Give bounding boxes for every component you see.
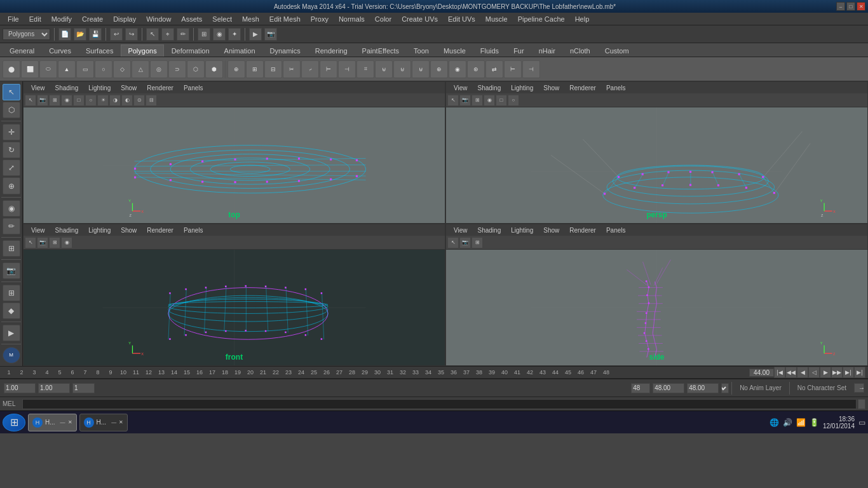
- toolbar-icon-save[interactable]: 💾: [89, 28, 102, 41]
- mode-select[interactable]: Polygons Surfaces Animation: [3, 29, 50, 40]
- shelf-icon-platonic[interactable]: ⬢: [205, 60, 223, 78]
- vp-top-smooth[interactable]: ○: [85, 95, 97, 106]
- vp-front-view-menu[interactable]: View: [26, 226, 50, 234]
- vp-top-canvas[interactable]: X Y Z top: [24, 107, 445, 223]
- toolbar-icon-lasso[interactable]: ⌖: [161, 28, 174, 41]
- shelf-icon-insert-edge[interactable]: ⊢: [320, 60, 337, 78]
- shelf-icon-plane[interactable]: ▭: [76, 60, 94, 78]
- char-set-btn[interactable]: →: [854, 383, 864, 393]
- tab-ncloth[interactable]: nCloth: [563, 44, 597, 57]
- toolbar-icon-ipr[interactable]: 📷: [264, 28, 277, 41]
- tab-dynamics[interactable]: Dynamics: [263, 44, 308, 57]
- rotate-tool-btn[interactable]: ↻: [3, 142, 20, 158]
- playback-next-frame[interactable]: ▶▶: [831, 367, 843, 378]
- vp-persp-lighting-menu[interactable]: Lighting: [506, 84, 538, 92]
- end-range-input[interactable]: [687, 383, 719, 393]
- move-tool-btn[interactable]: ✛: [3, 124, 20, 140]
- vp-top-camera[interactable]: 📷: [37, 95, 48, 106]
- vp-side-icon1[interactable]: ↖: [447, 237, 459, 248]
- vp-side-icon3[interactable]: ⊞: [471, 237, 483, 248]
- current-frame-input[interactable]: [72, 383, 95, 393]
- shelf-icon-append[interactable]: ⊟: [264, 60, 282, 78]
- toolbar-icon-new[interactable]: 📄: [58, 28, 71, 41]
- paint-select-btn[interactable]: ⬡: [3, 102, 20, 118]
- timeline[interactable]: 1 2 3 4 5 6 7 8 9 10 11 12 13 14 15 16 1…: [0, 366, 868, 379]
- tab-general[interactable]: General: [3, 44, 41, 57]
- vp-persp-view-menu[interactable]: View: [449, 84, 473, 92]
- shelf-icon-combine[interactable]: ⊌: [375, 60, 393, 78]
- shelf-icon-extract[interactable]: ⊎: [412, 60, 430, 78]
- tab-toon[interactable]: Toon: [407, 44, 436, 57]
- shelf-icon-mirror-geo[interactable]: ⊣: [522, 60, 540, 78]
- volume-icon[interactable]: 🔊: [783, 418, 792, 427]
- vp-top-hud[interactable]: ⊟: [146, 95, 157, 106]
- start-range-input[interactable]: [653, 383, 684, 393]
- select-tool-btn[interactable]: ↖: [3, 84, 20, 100]
- tab-fur[interactable]: Fur: [506, 44, 531, 57]
- vp-persp-show-menu[interactable]: Show: [538, 84, 564, 92]
- mel-input[interactable]: [22, 399, 857, 409]
- vp-front-icon2[interactable]: 📷: [37, 237, 48, 248]
- show-desktop-icon[interactable]: ▭: [858, 418, 865, 427]
- taskbar-app-maya-2[interactable]: H H... — ✕: [79, 414, 128, 431]
- tab-nhair[interactable]: nHair: [532, 44, 562, 57]
- vp-top-show-menu[interactable]: Show: [116, 84, 142, 92]
- vp-top-isolate[interactable]: ⊙: [133, 95, 145, 106]
- vp-top-panels-menu[interactable]: Panels: [179, 84, 208, 92]
- maya-logo-btn[interactable]: M: [3, 347, 20, 363]
- minimize-button[interactable]: –: [836, 2, 845, 11]
- shelf-icon-smooth[interactable]: ◉: [449, 60, 466, 78]
- vp-side-renderer-menu[interactable]: Renderer: [564, 226, 601, 234]
- shelf-icon-cube[interactable]: ⬜: [21, 60, 39, 78]
- close-button[interactable]: ✕: [857, 2, 865, 11]
- vp-top-shading-menu[interactable]: Shading: [50, 84, 84, 92]
- menu-item-proxy[interactable]: Proxy: [306, 14, 334, 24]
- range-end-input[interactable]: [38, 383, 70, 393]
- mel-expand-btn[interactable]: [858, 399, 865, 409]
- shelf-icon-sphere[interactable]: ⬤: [3, 60, 20, 78]
- taskbar-close-2[interactable]: ✕: [119, 419, 123, 425]
- shelf-icon-cut-faces[interactable]: ✂: [283, 60, 301, 78]
- shelf-icon-split-poly[interactable]: ⌿: [301, 60, 319, 78]
- scale-tool-btn[interactable]: ⤢: [3, 159, 20, 176]
- tab-deformation[interactable]: Deformation: [165, 44, 217, 57]
- menu-item-color[interactable]: Color: [370, 14, 397, 24]
- menu-item-edit-uvs[interactable]: Edit UVs: [443, 14, 480, 24]
- vp-persp-icon2[interactable]: 📷: [459, 95, 471, 106]
- vp-front-shading-menu[interactable]: Shading: [50, 226, 84, 234]
- vp-top-renderer-menu[interactable]: Renderer: [142, 84, 179, 92]
- vp-side-view-menu[interactable]: View: [449, 226, 473, 234]
- shelf-icon-bevel[interactable]: ⌗: [356, 60, 374, 78]
- playback-prev-frame[interactable]: ◀: [797, 367, 808, 378]
- shelf-icon-helix[interactable]: ⊃: [168, 60, 186, 78]
- shelf-icon-boolean[interactable]: ⊕: [430, 60, 448, 78]
- shelf-icon-separate[interactable]: ⊍: [393, 60, 411, 78]
- tab-fluids[interactable]: Fluids: [473, 44, 506, 57]
- shelf-icon-torus[interactable]: ○: [95, 60, 112, 78]
- taskbar-close-1[interactable]: ✕: [68, 419, 72, 425]
- vp-front-panels-menu[interactable]: Panels: [179, 226, 208, 234]
- vp-persp-canvas[interactable]: X Y Z persp: [446, 107, 867, 223]
- universal-manip-btn[interactable]: ⊕: [3, 177, 20, 194]
- taskbar-app-maya-1[interactable]: H H... — ✕: [28, 414, 77, 431]
- menu-item-edit[interactable]: Edit: [24, 14, 46, 24]
- toolbar-icon-open[interactable]: 📂: [74, 28, 86, 41]
- shelf-icon-pyramid[interactable]: △: [132, 60, 149, 78]
- tab-animation[interactable]: Animation: [217, 44, 262, 57]
- shelf-icon-cone[interactable]: ▲: [58, 60, 76, 78]
- vp-persp-panels-menu[interactable]: Panels: [601, 84, 631, 92]
- vp-top-lighting-menu[interactable]: Lighting: [83, 84, 116, 92]
- network-icon[interactable]: 🌐: [770, 418, 779, 427]
- tab-surfaces[interactable]: Surfaces: [79, 44, 120, 57]
- frame-48-input[interactable]: [631, 383, 650, 393]
- shelf-icon-extrude[interactable]: ⊕: [227, 60, 245, 78]
- toolbar-icon-paint[interactable]: ✏: [177, 28, 189, 41]
- vp-side-icon2[interactable]: 📷: [459, 237, 471, 248]
- menu-item-mesh[interactable]: Mesh: [237, 14, 264, 24]
- toolbar-icon-snap-grid[interactable]: ⊞: [198, 28, 210, 41]
- shelf-icon-cylinder[interactable]: ⬭: [39, 60, 57, 78]
- menu-item-file[interactable]: File: [3, 14, 24, 24]
- lattice-btn[interactable]: ⊞: [3, 285, 20, 301]
- toolbar-icon-undo[interactable]: ↩: [110, 28, 123, 41]
- toolbar-icon-select[interactable]: ↖: [146, 28, 159, 41]
